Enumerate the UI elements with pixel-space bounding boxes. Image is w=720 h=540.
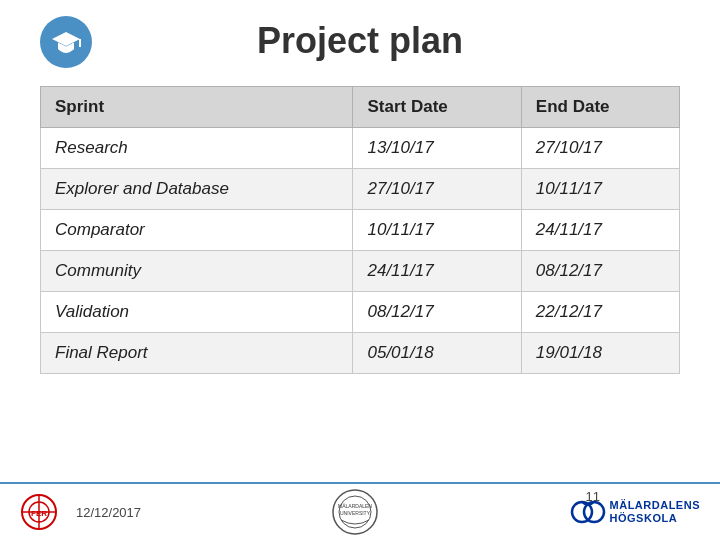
cell-end-date: 08/12/17 xyxy=(521,251,679,292)
table-row: Validation08/12/1722/12/17 xyxy=(41,292,680,333)
table-row: Explorer and Database27/10/1710/11/17 xyxy=(41,169,680,210)
cell-start-date: 05/01/18 xyxy=(353,333,521,374)
svg-text:UNIVERSITY: UNIVERSITY xyxy=(340,510,371,516)
cell-sprint: Comparator xyxy=(41,210,353,251)
fer-logo: FER xyxy=(20,493,58,531)
cell-start-date: 13/10/17 xyxy=(353,128,521,169)
cell-start-date: 08/12/17 xyxy=(353,292,521,333)
footer-date: 12/12/2017 xyxy=(76,505,141,520)
cell-start-date: 10/11/17 xyxy=(353,210,521,251)
cell-sprint: Final Report xyxy=(41,333,353,374)
cell-end-date: 24/11/17 xyxy=(521,210,679,251)
table-row: Final Report05/01/1819/01/18 xyxy=(41,333,680,374)
col-header-end-date: End Date xyxy=(521,87,679,128)
page-number: 11 xyxy=(586,489,600,504)
cell-sprint: Explorer and Database xyxy=(41,169,353,210)
svg-text:MÄLARDALEN: MÄLARDALEN xyxy=(338,503,372,509)
cell-start-date: 24/11/17 xyxy=(353,251,521,292)
footer: FER 12/12/2017 MÄLARDALEN UNIVERSITY 11 xyxy=(0,482,720,540)
col-header-sprint: Sprint xyxy=(41,87,353,128)
cell-end-date: 22/12/17 xyxy=(521,292,679,333)
col-header-start-date: Start Date xyxy=(353,87,521,128)
cell-sprint: Community xyxy=(41,251,353,292)
footer-left: FER 12/12/2017 xyxy=(20,493,141,531)
cell-end-date: 27/10/17 xyxy=(521,128,679,169)
university-seal-icon: MÄLARDALEN UNIVERSITY xyxy=(331,488,379,536)
header: Project plan xyxy=(40,20,680,62)
svg-text:FER: FER xyxy=(31,509,47,518)
footer-center-logo: MÄLARDALEN UNIVERSITY xyxy=(331,488,379,536)
cell-end-date: 19/01/18 xyxy=(521,333,679,374)
project-plan-table: Sprint Start Date End Date Research13/10… xyxy=(40,86,680,374)
cell-end-date: 10/11/17 xyxy=(521,169,679,210)
graduation-cap-icon xyxy=(40,16,92,68)
table-header-row: Sprint Start Date End Date xyxy=(41,87,680,128)
svg-marker-0 xyxy=(52,32,80,46)
page: Project plan Sprint Start Date End Date … xyxy=(0,0,720,540)
table-row: Community24/11/1708/12/17 xyxy=(41,251,680,292)
mdh-text: MÄLARDALENSHÖGSKOLA xyxy=(610,499,700,525)
table-row: Comparator10/11/1724/11/17 xyxy=(41,210,680,251)
table-row: Research13/10/1727/10/17 xyxy=(41,128,680,169)
cell-sprint: Research xyxy=(41,128,353,169)
cell-start-date: 27/10/17 xyxy=(353,169,521,210)
project-table-wrapper: Sprint Start Date End Date Research13/10… xyxy=(40,86,680,374)
cell-sprint: Validation xyxy=(41,292,353,333)
page-title: Project plan xyxy=(257,20,463,62)
